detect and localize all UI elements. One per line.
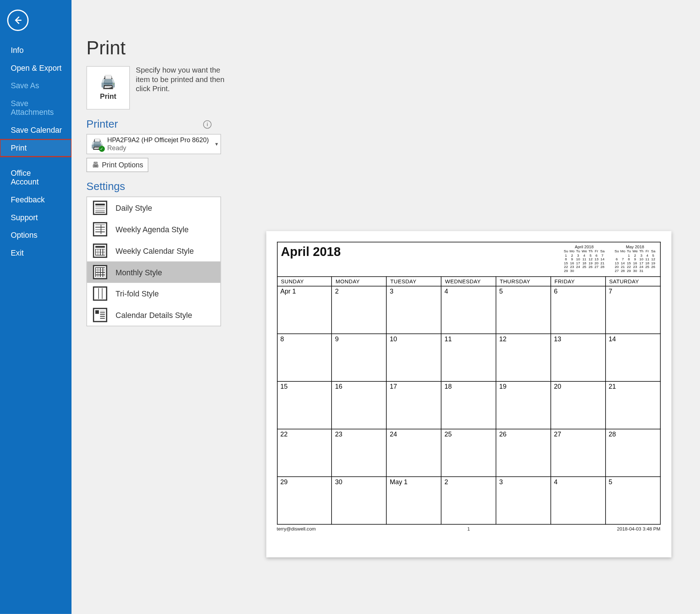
nav-item-save-attachments: Save Attachments (0, 94, 71, 121)
calendar-cell: 21 (605, 381, 660, 429)
printer-status: Ready (107, 144, 209, 152)
calendar-cell: 23 (332, 429, 386, 477)
calendar-cell: 4 (550, 477, 605, 524)
dow-header: SUNDAY (277, 277, 332, 286)
nav-item-support[interactable]: Support (0, 209, 71, 226)
footer-timestamp: 2018-04-03 3:48 PM (617, 526, 660, 532)
calendar-cell: 2 (332, 286, 386, 334)
style-label: Weekly Agenda Style (116, 225, 189, 234)
style-label: Monthly Style (116, 268, 162, 276)
calendar-cell: 15 (277, 381, 332, 429)
style-list: Daily StyleWeekly Agenda StyleWeekly Cal… (86, 197, 221, 326)
calendar-cell: 30 (332, 477, 386, 524)
nav-item-info[interactable]: Info (0, 42, 71, 59)
dow-header: FRIDAY (550, 277, 605, 286)
calendar-cell: 13 (550, 334, 605, 381)
calendar-cell: 2 (441, 477, 496, 524)
nav-item-office-account[interactable]: OfficeAccount (0, 165, 71, 191)
calendar-cell: May 1 (386, 477, 441, 524)
calendar-cell: 12 (496, 334, 550, 381)
nav-list: InfoOpen & ExportSave AsSave Attachments… (0, 42, 71, 261)
style-tri-fold-style[interactable]: Tri-fold Style (87, 283, 220, 304)
print-tile-label: Print (100, 92, 116, 100)
calendar-cell: 22 (277, 429, 332, 477)
calendar-cell: 8 (277, 334, 332, 381)
mini-calendar-next: May 2018SuMoTuWeThFrSa123456789101112131… (614, 245, 656, 273)
preview-footer: terry@diswell.com 1 2018-04-03 3:48 PM (277, 526, 661, 532)
calendar-cell: 11 (441, 334, 496, 381)
printer-device-icon: 🖨️✓ (90, 137, 104, 151)
back-button[interactable] (7, 9, 29, 31)
printer-name: HPA2F9A2 (HP Officejet Pro 8620) (107, 137, 209, 144)
ic-trifold-icon (93, 287, 107, 301)
style-daily-style[interactable]: Daily Style (87, 197, 220, 219)
preview-page: April 2018 April 2018SuMoTuWeThFrSa12345… (266, 231, 671, 557)
calendar-cell: 27 (550, 429, 605, 477)
ic-weekcal-icon (93, 244, 107, 258)
style-label: Calendar Details Style (116, 311, 192, 319)
main-panel: Print 🖨️ Print Specify how you want the … (71, 0, 700, 614)
print-description: Specify how you want the item to be prin… (136, 66, 231, 94)
nav-item-print[interactable]: Print (0, 139, 71, 156)
page-title: Print (86, 37, 700, 59)
calendar-cell: 5 (605, 477, 660, 524)
calendar-cell: 16 (332, 381, 386, 429)
print-button[interactable]: 🖨️ Print (86, 66, 130, 109)
calendar-cell: 29 (277, 477, 332, 524)
style-weekly-agenda-style[interactable]: Weekly Agenda Style (87, 218, 220, 240)
preview-month-title: April 2018 (281, 245, 341, 259)
arrow-left-icon (12, 15, 23, 26)
calendar-cell: Apr 1 (277, 286, 332, 334)
calendar-cell: 10 (386, 334, 441, 381)
backstage-sidebar: InfoOpen & ExportSave AsSave Attachments… (0, 0, 71, 614)
calendar-cell: 18 (441, 381, 496, 429)
nav-item-options[interactable]: Options (0, 226, 71, 244)
printer-icon: 🖨️ (100, 75, 116, 89)
nav-item-open-export[interactable]: Open & Export (0, 59, 71, 77)
nav-item-feedback[interactable]: Feedback (0, 191, 71, 209)
chevron-down-icon: ▾ (215, 141, 218, 147)
calendar-cell: 3 (386, 286, 441, 334)
print-preview: April 2018 April 2018SuMoTuWeThFrSa12345… (250, 231, 687, 590)
ic-month-icon (93, 265, 107, 279)
style-monthly-style[interactable]: Monthly Style (87, 261, 220, 283)
ic-daily-icon (93, 201, 107, 215)
preview-header: April 2018 April 2018SuMoTuWeThFrSa12345… (277, 242, 661, 276)
calendar-cell: 19 (496, 381, 550, 429)
style-label: Daily Style (116, 203, 152, 212)
calendar-cell: 26 (496, 429, 550, 477)
settings-heading: Settings (86, 180, 700, 193)
print-options-button[interactable]: 🖶 Print Options (86, 158, 148, 172)
calendar-cell: 17 (386, 381, 441, 429)
printer-heading: Printer i (86, 118, 700, 130)
calendar-grid: SUNDAYMONDAYTUESDAYWEDNESDAYTHURSDAYFRID… (277, 276, 661, 525)
calendar-cell: 28 (605, 429, 660, 477)
calendar-cell: 25 (441, 429, 496, 477)
calendar-cell: 7 (605, 286, 660, 334)
dow-header: WEDNESDAY (441, 277, 496, 286)
mini-calendar-current: April 2018SuMoTuWeThFrSa1234567891011121… (563, 245, 605, 273)
style-weekly-calendar-style[interactable]: Weekly Calendar Style (87, 240, 220, 261)
calendar-cell: 20 (550, 381, 605, 429)
calendar-cell: 5 (496, 286, 550, 334)
dow-header: MONDAY (332, 277, 386, 286)
dow-header: THURSDAY (496, 277, 550, 286)
nav-item-save-as: Save As (0, 77, 71, 94)
calendar-cell: 24 (386, 429, 441, 477)
printer-select[interactable]: 🖨️✓ HPA2F9A2 (HP Officejet Pro 8620) Rea… (86, 134, 221, 154)
calendar-cell: 6 (550, 286, 605, 334)
ic-agenda-icon (93, 222, 107, 236)
info-icon[interactable]: i (203, 120, 212, 129)
nav-item-exit[interactable]: Exit (0, 244, 71, 261)
calendar-cell: 9 (332, 334, 386, 381)
ic-details-icon (93, 308, 107, 322)
calendar-cell: 3 (496, 477, 550, 524)
style-label: Weekly Calendar Style (116, 246, 194, 255)
nav-item-save-calendar[interactable]: Save Calendar (0, 121, 71, 139)
style-label: Tri-fold Style (116, 289, 159, 298)
footer-email: terry@diswell.com (277, 526, 316, 532)
print-card: 🖨️ Print Specify how you want the item t… (86, 66, 700, 109)
footer-page-number: 1 (467, 526, 470, 532)
style-calendar-details-style[interactable]: Calendar Details Style (87, 304, 220, 326)
dow-header: TUESDAY (386, 277, 441, 286)
